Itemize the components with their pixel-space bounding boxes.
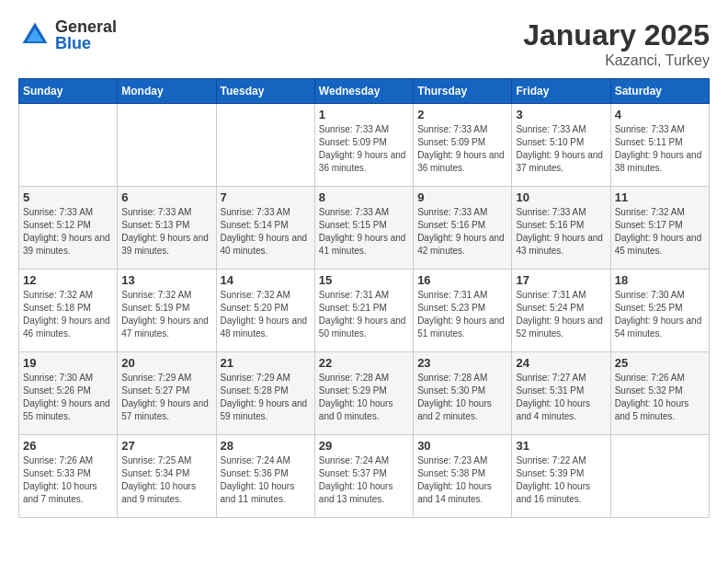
calendar-cell: [118, 104, 216, 187]
day-number: 14: [221, 273, 311, 287]
calendar-cell: 18Sunrise: 7:30 AM Sunset: 5:25 PM Dayli…: [610, 270, 709, 352]
calendar-week-1: 1Sunrise: 7:33 AM Sunset: 5:09 PM Daylig…: [19, 104, 710, 187]
calendar-cell: 29Sunrise: 7:24 AM Sunset: 5:37 PM Dayli…: [314, 435, 413, 518]
cell-details: Sunrise: 7:28 AM Sunset: 5:30 PM Dayligh…: [417, 372, 507, 423]
calendar-table: SundayMondayTuesdayWednesdayThursdayFrid…: [18, 78, 710, 518]
cell-details: Sunrise: 7:31 AM Sunset: 5:23 PM Dayligh…: [417, 289, 507, 340]
calendar-cell: 8Sunrise: 7:33 AM Sunset: 5:15 PM Daylig…: [314, 187, 413, 270]
calendar-cell: 11Sunrise: 7:32 AM Sunset: 5:17 PM Dayli…: [610, 187, 709, 270]
cell-details: Sunrise: 7:32 AM Sunset: 5:17 PM Dayligh…: [615, 206, 705, 258]
cell-details: Sunrise: 7:28 AM Sunset: 5:29 PM Dayligh…: [319, 372, 409, 423]
cell-details: Sunrise: 7:33 AM Sunset: 5:13 PM Dayligh…: [121, 206, 211, 258]
calendar-cell: 9Sunrise: 7:33 AM Sunset: 5:16 PM Daylig…: [414, 187, 512, 270]
calendar-cell: 5Sunrise: 7:33 AM Sunset: 5:12 PM Daylig…: [19, 187, 118, 270]
cell-details: Sunrise: 7:26 AM Sunset: 5:33 PM Dayligh…: [23, 454, 113, 506]
weekday-header-sunday: Sunday: [19, 79, 118, 104]
calendar-cell: 25Sunrise: 7:26 AM Sunset: 5:32 PM Dayli…: [610, 352, 709, 435]
calendar-cell: 14Sunrise: 7:32 AM Sunset: 5:20 PM Dayli…: [216, 270, 314, 352]
cell-details: Sunrise: 7:23 AM Sunset: 5:38 PM Dayligh…: [417, 454, 507, 506]
day-number: 7: [221, 190, 311, 204]
calendar-cell: 24Sunrise: 7:27 AM Sunset: 5:31 PM Dayli…: [512, 352, 610, 435]
logo-general: General: [55, 18, 117, 35]
day-number: 17: [516, 273, 606, 287]
logo-blue: Blue: [55, 35, 117, 52]
cell-details: Sunrise: 7:25 AM Sunset: 5:34 PM Dayligh…: [121, 454, 211, 506]
day-number: 27: [121, 439, 211, 453]
cell-details: Sunrise: 7:24 AM Sunset: 5:37 PM Dayligh…: [319, 454, 409, 506]
calendar-cell: 3Sunrise: 7:33 AM Sunset: 5:10 PM Daylig…: [512, 104, 610, 187]
day-number: 10: [516, 190, 606, 204]
cell-details: Sunrise: 7:24 AM Sunset: 5:36 PM Dayligh…: [221, 454, 311, 506]
cell-details: Sunrise: 7:33 AM Sunset: 5:15 PM Dayligh…: [319, 206, 409, 258]
cell-details: Sunrise: 7:27 AM Sunset: 5:31 PM Dayligh…: [516, 372, 606, 423]
day-number: 3: [516, 108, 606, 121]
day-number: 25: [615, 356, 705, 370]
calendar-cell: 27Sunrise: 7:25 AM Sunset: 5:34 PM Dayli…: [118, 435, 216, 518]
logo-text: General Blue: [55, 18, 117, 52]
cell-details: Sunrise: 7:31 AM Sunset: 5:21 PM Dayligh…: [319, 289, 409, 340]
cell-details: Sunrise: 7:30 AM Sunset: 5:25 PM Dayligh…: [615, 289, 705, 340]
calendar-cell: 4Sunrise: 7:33 AM Sunset: 5:11 PM Daylig…: [610, 104, 709, 187]
day-number: 15: [319, 273, 409, 287]
calendar-week-3: 12Sunrise: 7:32 AM Sunset: 5:18 PM Dayli…: [19, 270, 710, 352]
calendar-week-5: 26Sunrise: 7:26 AM Sunset: 5:33 PM Dayli…: [19, 435, 710, 518]
calendar-cell: 28Sunrise: 7:24 AM Sunset: 5:36 PM Dayli…: [216, 435, 314, 518]
day-number: 19: [23, 356, 113, 370]
day-number: 16: [417, 273, 507, 287]
day-number: 8: [319, 190, 409, 204]
cell-details: Sunrise: 7:33 AM Sunset: 5:09 PM Dayligh…: [319, 123, 409, 175]
calendar-cell: 13Sunrise: 7:32 AM Sunset: 5:19 PM Dayli…: [118, 270, 216, 352]
day-number: 20: [121, 356, 211, 370]
day-number: 13: [121, 273, 211, 287]
cell-details: Sunrise: 7:33 AM Sunset: 5:16 PM Dayligh…: [516, 206, 606, 258]
cell-details: Sunrise: 7:33 AM Sunset: 5:09 PM Dayligh…: [417, 123, 507, 175]
calendar-cell: 22Sunrise: 7:28 AM Sunset: 5:29 PM Dayli…: [314, 352, 413, 435]
day-number: 2: [417, 108, 507, 121]
calendar-cell: 26Sunrise: 7:26 AM Sunset: 5:33 PM Dayli…: [19, 435, 118, 518]
weekday-header-row: SundayMondayTuesdayWednesdayThursdayFrid…: [19, 79, 710, 104]
calendar-cell: 30Sunrise: 7:23 AM Sunset: 5:38 PM Dayli…: [414, 435, 512, 518]
day-number: 23: [417, 356, 507, 370]
weekday-header-monday: Monday: [118, 79, 216, 104]
calendar-cell: 19Sunrise: 7:30 AM Sunset: 5:26 PM Dayli…: [19, 352, 118, 435]
day-number: 26: [23, 439, 113, 453]
calendar-cell: 16Sunrise: 7:31 AM Sunset: 5:23 PM Dayli…: [414, 270, 512, 352]
cell-details: Sunrise: 7:29 AM Sunset: 5:27 PM Dayligh…: [121, 372, 211, 423]
calendar-cell: [19, 104, 118, 187]
cell-details: Sunrise: 7:33 AM Sunset: 5:10 PM Dayligh…: [516, 123, 606, 175]
weekday-header-friday: Friday: [512, 79, 610, 104]
day-number: 28: [221, 439, 311, 453]
cell-details: Sunrise: 7:26 AM Sunset: 5:32 PM Dayligh…: [615, 372, 705, 423]
day-number: 9: [417, 190, 507, 204]
weekday-header-saturday: Saturday: [610, 79, 709, 104]
calendar-cell: 17Sunrise: 7:31 AM Sunset: 5:24 PM Dayli…: [512, 270, 610, 352]
page-header: General Blue January 2025 Kazanci, Turke…: [18, 18, 710, 69]
day-number: 4: [615, 108, 705, 121]
day-number: 31: [516, 439, 606, 453]
title-block: January 2025 Kazanci, Turkey: [523, 18, 710, 69]
calendar-week-2: 5Sunrise: 7:33 AM Sunset: 5:12 PM Daylig…: [19, 187, 710, 270]
location: Kazanci, Turkey: [523, 52, 710, 69]
day-number: 30: [417, 439, 507, 453]
day-number: 5: [23, 190, 113, 204]
calendar-cell: 15Sunrise: 7:31 AM Sunset: 5:21 PM Dayli…: [314, 270, 413, 352]
calendar-cell: [216, 104, 314, 187]
calendar-week-4: 19Sunrise: 7:30 AM Sunset: 5:26 PM Dayli…: [19, 352, 710, 435]
calendar-header: SundayMondayTuesdayWednesdayThursdayFrid…: [19, 79, 710, 104]
calendar-cell: 1Sunrise: 7:33 AM Sunset: 5:09 PM Daylig…: [314, 104, 413, 187]
weekday-header-thursday: Thursday: [414, 79, 512, 104]
month-title: January 2025: [523, 18, 710, 52]
calendar-cell: 6Sunrise: 7:33 AM Sunset: 5:13 PM Daylig…: [118, 187, 216, 270]
cell-details: Sunrise: 7:30 AM Sunset: 5:26 PM Dayligh…: [23, 372, 113, 423]
calendar-cell: 31Sunrise: 7:22 AM Sunset: 5:39 PM Dayli…: [512, 435, 610, 518]
calendar-cell: 7Sunrise: 7:33 AM Sunset: 5:14 PM Daylig…: [216, 187, 314, 270]
day-number: 18: [615, 273, 705, 287]
day-number: 1: [319, 108, 409, 121]
calendar-body: 1Sunrise: 7:33 AM Sunset: 5:09 PM Daylig…: [19, 104, 710, 518]
day-number: 24: [516, 356, 606, 370]
day-number: 21: [221, 356, 311, 370]
calendar-cell: 12Sunrise: 7:32 AM Sunset: 5:18 PM Dayli…: [19, 270, 118, 352]
cell-details: Sunrise: 7:32 AM Sunset: 5:18 PM Dayligh…: [23, 289, 113, 340]
cell-details: Sunrise: 7:32 AM Sunset: 5:20 PM Dayligh…: [221, 289, 311, 340]
logo-icon: [18, 18, 51, 52]
